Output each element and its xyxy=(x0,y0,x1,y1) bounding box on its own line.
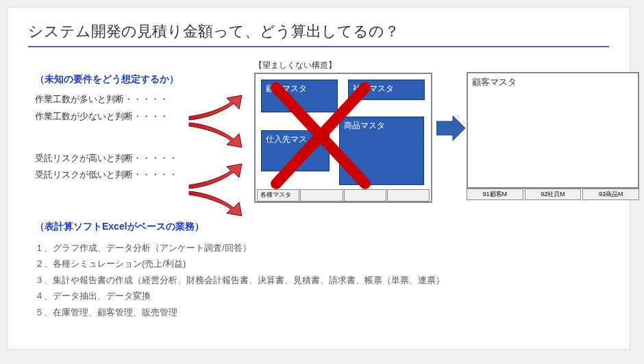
bad-tab-3 xyxy=(344,189,386,202)
excel-item-5: ５、在庫管理、顧客管理、販売管理 xyxy=(35,304,528,320)
excel-list: １、グラフ作成、データ分析（アンケート調査/回答） ２、各種シミュレーション(売… xyxy=(35,240,528,320)
good-structure-box: 顧客マスタ xyxy=(467,72,639,189)
good-tab-2: 92社員M xyxy=(525,189,582,200)
heading-unknown-req: （未知の要件をどう想定するか） xyxy=(35,73,240,86)
content-area: （未知の要件をどう想定するか） 作業工数が多いと判断・・・・・ 作業工数が少ない… xyxy=(28,60,609,334)
bad-tab-2 xyxy=(300,189,343,202)
bad-tabs-row: 各種マスタ xyxy=(256,189,431,202)
block-employee: 社員マスタ xyxy=(348,80,425,100)
good-tab-3: 93商品M xyxy=(582,189,639,200)
bad-structure-label: 【望ましくない構造】 xyxy=(254,60,432,71)
four-red-arrows-icon xyxy=(186,93,254,230)
slide-title: システム開発の見積り金額って、どう算出してるの？ xyxy=(28,21,609,42)
good-tabs-row: 91顧客M 92社員M 93商品M xyxy=(467,189,639,200)
block-product: 商品マスタ xyxy=(339,117,424,185)
excel-heading: （表計算ソフトExcelがベースの業務） xyxy=(35,221,528,233)
bad-tab-1: 各種マスタ xyxy=(257,189,299,202)
good-tab-1: 91顧客M xyxy=(467,189,523,200)
red-arrows-group xyxy=(186,93,254,230)
bad-structure-diagram: 【望ましくない構造】 顧客マスタ 社員マスタ 仕入先マス 商品マスタ 各種マスタ xyxy=(254,60,432,203)
excel-item-2: ２、各種シミュレーション(売上/利益) xyxy=(35,256,528,271)
block-supplier: 仕入先マス xyxy=(261,130,330,171)
excel-item-1: １、グラフ作成、データ分析（アンケート調査/回答） xyxy=(35,240,528,256)
title-rule xyxy=(28,46,609,47)
bad-tab-4 xyxy=(387,189,430,202)
slide: システム開発の見積り金額って、どう算出してるの？ （未知の要件をどう想定するか）… xyxy=(7,7,630,350)
excel-item-4: ４、データ抽出、データ変換 xyxy=(35,288,528,304)
excel-section: （表計算ソフトExcelがベースの業務） １、グラフ作成、データ分析（アンケート… xyxy=(35,221,528,320)
right-arrow-icon xyxy=(436,114,467,145)
good-structure-text: 顧客マスタ xyxy=(472,77,517,87)
bad-structure-box: 顧客マスタ 社員マスタ 仕入先マス 商品マスタ 各種マスタ xyxy=(254,73,432,203)
svg-marker-2 xyxy=(436,116,465,141)
excel-item-3: ３、集計や報告書の作成（経営分析、財務会計報告書、決算書、見積書、請求書、帳票（… xyxy=(35,272,528,288)
good-structure-diagram: 顧客マスタ xyxy=(467,72,644,189)
block-customer: 顧客マスタ xyxy=(261,80,338,112)
